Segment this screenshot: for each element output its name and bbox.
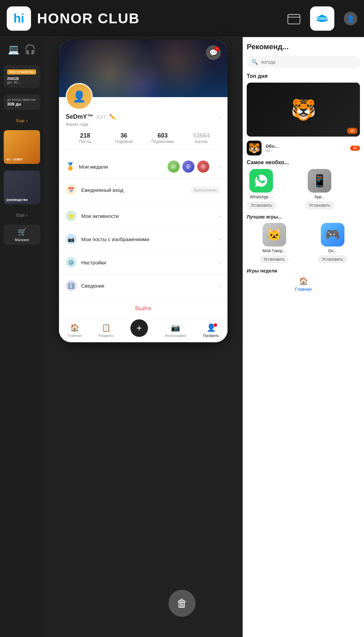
device-card: Мое устройство 256GB ger: 80.... bbox=[4, 65, 40, 88]
logout-row[interactable]: Выйти bbox=[59, 297, 228, 320]
whatsapp-name: WhatsApp ... bbox=[250, 195, 273, 199]
sections-nav-icon: 📋 bbox=[101, 323, 111, 332]
promo-card-2[interactable]: руководство bbox=[4, 171, 40, 204]
user-level: /LV7 bbox=[96, 114, 106, 120]
right-home-icon: 🏠 bbox=[299, 277, 308, 286]
second-app[interactable]: 📱 App... Установить bbox=[279, 169, 360, 209]
delete-button[interactable]: 🗑 bbox=[169, 590, 195, 617]
support-icon[interactable]: 🎧 bbox=[24, 44, 36, 55]
daily-status: Выполнено bbox=[190, 186, 221, 194]
create-post-button[interactable]: + bbox=[130, 319, 148, 337]
medal-1: E bbox=[168, 161, 180, 173]
stat-posts[interactable]: 218 Посты bbox=[66, 132, 104, 144]
search-input[interactable] bbox=[261, 59, 355, 65]
medals-title: Мои медали bbox=[79, 164, 168, 170]
top-day-title: Топ дня bbox=[247, 73, 360, 79]
settings-label: Настройки bbox=[81, 260, 219, 265]
menu-photo-posts[interactable]: 📷 Мои посты с изображениями › bbox=[59, 228, 228, 251]
user-avatar[interactable]: 👤 bbox=[66, 83, 93, 110]
middle-panel: 💬 1 👤 SeDmY™ /LV7 ✏️ › Фанат года bbox=[44, 37, 243, 637]
svg-text:E: E bbox=[173, 165, 175, 169]
medal-2: E bbox=[182, 161, 194, 173]
menu-about[interactable]: ℹ️ Сведения › bbox=[59, 274, 228, 297]
nav-home[interactable]: 🏠 Главная bbox=[67, 323, 82, 338]
go-game[interactable]: 🎮 Go... Установить bbox=[305, 223, 360, 263]
edit-profile-icon[interactable]: ✏️ bbox=[109, 114, 116, 120]
menu-activities[interactable]: ⭐ Мои активности › bbox=[59, 204, 228, 228]
photo-posts-icon: 📷 bbox=[66, 234, 77, 244]
subscriptions-label: Подписки bbox=[104, 139, 143, 144]
nav-profile[interactable]: 👤 Профиль bbox=[203, 323, 219, 338]
nav-photo[interactable]: 📷 Фотография bbox=[165, 323, 186, 338]
stat-followers[interactable]: 603 Подписчики bbox=[143, 132, 182, 144]
app-sub: 3D / bbox=[266, 149, 346, 153]
daily-checkin-row[interactable]: 📅 Ежедневный вход Выполнено bbox=[59, 178, 228, 202]
medals-row[interactable]: 🏅 Мои медали E E 7 › bbox=[59, 155, 228, 178]
about-label: Сведения bbox=[81, 283, 219, 289]
store-label: Магазин bbox=[15, 238, 29, 242]
stat-subscriptions[interactable]: 36 Подписки bbox=[104, 132, 143, 144]
activities-chevron: › bbox=[219, 212, 221, 220]
stat-points[interactable]: 53664 Баллы bbox=[182, 132, 221, 144]
go-game-name: Go... bbox=[328, 249, 337, 253]
best-games-title: Лучшие игры... bbox=[247, 214, 360, 220]
right-panel: Рекоменд... 🔍 Топ дня 🐯 4D 🐯 Обо... 3D /… bbox=[243, 37, 364, 637]
profile-banner: 💬 1 👤 bbox=[59, 40, 228, 97]
device-pct: ger: 80.... bbox=[7, 81, 37, 84]
whatsapp-install-button[interactable]: Установить bbox=[247, 201, 276, 209]
followers-label: Подписчики bbox=[143, 139, 182, 144]
points-count: 53664 bbox=[182, 132, 221, 139]
medal-3: 7 bbox=[197, 161, 209, 173]
top-bar: hi HONOR CLUB HONOR 👤 bbox=[0, 0, 364, 37]
more-button[interactable]: Еще bbox=[16, 118, 24, 123]
svg-rect-0 bbox=[288, 15, 300, 24]
warranty-card: до конца гарантии 309 дн bbox=[4, 94, 40, 110]
phone-frame: 💬 1 👤 SeDmY™ /LV7 ✏️ › Фанат года bbox=[59, 40, 228, 342]
honor-store-icon[interactable]: HONOR bbox=[310, 6, 334, 31]
svg-rect-1 bbox=[288, 15, 300, 17]
photo-posts-chevron: › bbox=[219, 236, 221, 243]
bottom-nav: 🏠 Главная 📋 Разделы + 📷 Фотография 👤 bbox=[59, 320, 228, 342]
plus-icon: + bbox=[136, 323, 142, 334]
medals-icon: 🏅 bbox=[66, 162, 75, 171]
right-home-section[interactable]: 🏠 Главная bbox=[247, 277, 360, 292]
main-area: 💻 🎧 Мое устройство 256GB ger: 80.... до … bbox=[0, 37, 364, 637]
app-row[interactable]: 🐯 Обо... 3D / 4D bbox=[247, 141, 360, 155]
promo-card-1[interactable]: ос - ответ bbox=[4, 130, 40, 164]
menu-settings[interactable]: ⚙️ Настройки › bbox=[59, 251, 228, 274]
cat-game[interactable]: 🐱 Мой Говор... Установить bbox=[247, 223, 302, 263]
store-button[interactable]: 🛒 Магазин bbox=[4, 225, 40, 245]
go-game-install-button[interactable]: Установить bbox=[318, 255, 347, 263]
profile-subtitle: Фанат года bbox=[66, 122, 221, 127]
cat-game-install-button[interactable]: Установить bbox=[260, 255, 289, 263]
top-app-card[interactable]: 🐯 4D bbox=[247, 83, 360, 137]
promo-text-1: ос - ответ bbox=[6, 157, 23, 161]
nav-sections[interactable]: 📋 Разделы bbox=[98, 323, 113, 338]
posts-label: Посты bbox=[66, 139, 104, 144]
user-avatar-top[interactable]: 👤 bbox=[344, 12, 357, 25]
daily-label: Ежедневный вход bbox=[81, 187, 190, 193]
medals-chevron: › bbox=[219, 163, 221, 170]
message-icon[interactable]: 💬 1 bbox=[206, 45, 221, 60]
home-nav-icon: 🏠 bbox=[70, 323, 79, 332]
activities-icon: ⭐ bbox=[66, 210, 77, 221]
followers-count: 603 bbox=[143, 132, 182, 139]
device-icon[interactable]: 💻 bbox=[8, 44, 20, 55]
logout-button[interactable]: Выйти bbox=[135, 306, 151, 312]
home-nav-label: Главная bbox=[67, 334, 82, 338]
go-game-icon: 🎮 bbox=[321, 223, 344, 247]
profile-nav-badge bbox=[214, 323, 217, 327]
whatsapp-app[interactable]: WhatsApp ... Установить bbox=[247, 169, 276, 209]
right-home-label: Главная bbox=[295, 287, 312, 292]
whatsapp-section: WhatsApp ... Установить 📱 App... Установ… bbox=[247, 169, 360, 209]
daily-icon: 📅 bbox=[66, 184, 77, 195]
right-panel-title: Рекоменд... bbox=[247, 42, 360, 51]
second-app-icon: 📱 bbox=[308, 169, 331, 193]
browser-icon[interactable] bbox=[284, 8, 304, 29]
subscriptions-count: 36 bbox=[104, 132, 143, 139]
more-button-2[interactable]: Еще bbox=[16, 213, 24, 218]
username: SeDmY™ bbox=[66, 113, 93, 120]
left-panel: 💻 🎧 Мое устройство 256GB ger: 80.... до … bbox=[0, 37, 44, 637]
second-app-install-button[interactable]: Установить bbox=[305, 201, 334, 209]
search-bar[interactable]: 🔍 bbox=[247, 56, 360, 68]
